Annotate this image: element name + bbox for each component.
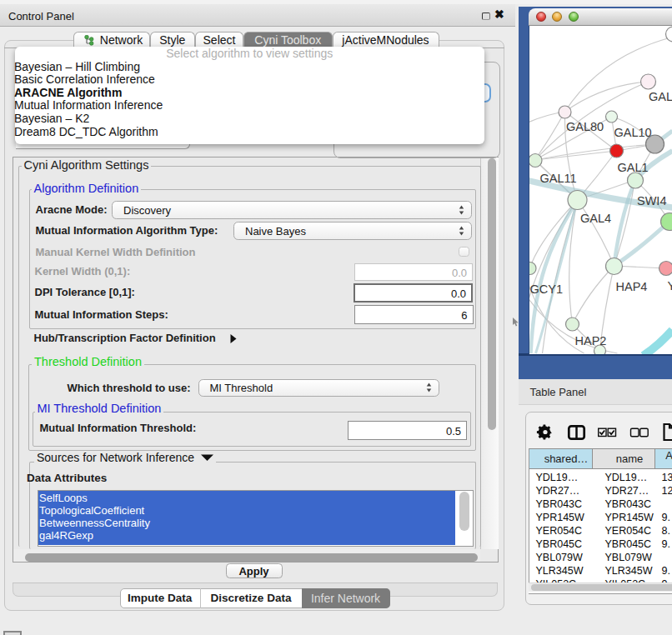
svg-text:YM: YM	[667, 279, 672, 292]
svg-text:GAL80: GAL80	[566, 120, 604, 133]
svg-text:GAL2: GAL2	[649, 90, 672, 103]
svg-text:HAP4: HAP4	[615, 280, 647, 293]
svg-text:GAL4: GAL4	[580, 212, 611, 225]
svg-text:GAL1: GAL1	[617, 161, 648, 174]
svg-text:SWI4: SWI4	[637, 194, 666, 208]
svg-text:HAP2: HAP2	[574, 334, 606, 348]
svg-text:GCY1: GCY1	[529, 282, 563, 296]
svg-text:GAL10: GAL10	[614, 126, 651, 139]
svg-text:GAL11: GAL11	[539, 172, 576, 185]
